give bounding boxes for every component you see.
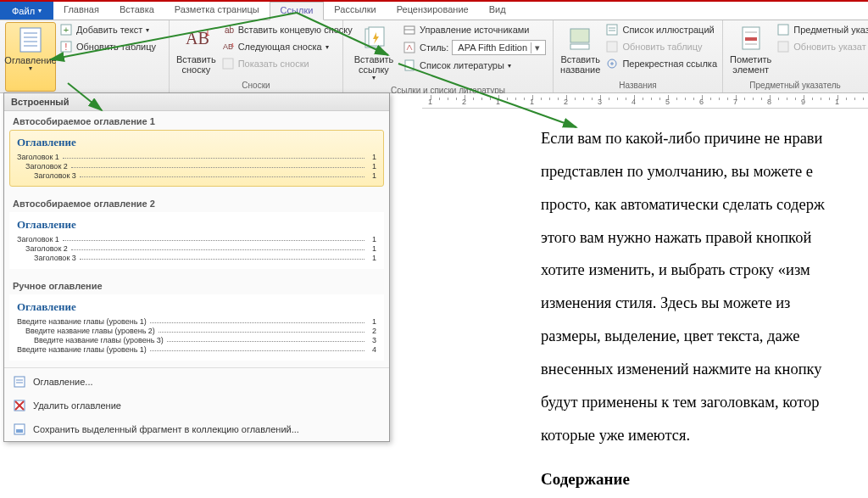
insert-citation-button[interactable]: Вставить ссылку▾ [348, 22, 399, 86]
svg-rect-41 [16, 429, 23, 433]
list-figures-icon [605, 23, 619, 36]
style-icon [403, 41, 416, 54]
tab-mailings[interactable]: Рассылки [324, 2, 386, 20]
gallery-item-manual-title: Ручное оглавление [4, 276, 389, 294]
add-text-button[interactable]: + Добавить текст▾ [59, 22, 156, 37]
insert-footnote-button[interactable]: AB1 Вставить сноску [175, 22, 218, 81]
gallery-item-auto2-title: Автособираемое оглавление 2 [4, 193, 389, 212]
svg-rect-29 [745, 37, 757, 41]
update-index-button: Обновить указат [776, 39, 868, 54]
insert-caption-button[interactable]: Вставить название [559, 22, 602, 81]
next-footnote-button[interactable]: AB1 Следующая сноска▾ [221, 39, 353, 54]
svg-rect-14 [223, 59, 233, 69]
svg-rect-26 [607, 42, 617, 52]
toc-icon [17, 26, 44, 53]
endnote-icon: ab [221, 23, 235, 36]
svg-rect-0 [20, 28, 41, 52]
tab-page-layout[interactable]: Разметка страницы [164, 2, 270, 20]
toc-gallery-dropdown: Встроенный Автособираемое оглавление 1 О… [3, 92, 390, 442]
cross-ref-icon [605, 57, 619, 70]
update-icon: ! [59, 40, 73, 53]
save-selection-icon [13, 422, 26, 436]
manage-sources-button[interactable]: Управление источниками [403, 22, 546, 37]
ribbon-tabs: Файл Главная Вставка Разметка страницы С… [0, 2, 868, 20]
bibliography-icon [403, 59, 416, 72]
group-label-captions: Названия [559, 81, 717, 92]
svg-text:!: ! [65, 42, 68, 52]
svg-rect-21 [570, 29, 589, 42]
document-page: Если вам по какой-либо причине не нрави … [422, 109, 868, 498]
style-combo[interactable]: APA Fifth Edition▾ [452, 40, 546, 55]
cross-reference-button[interactable]: Перекрестная ссылка [605, 56, 717, 71]
toc-dialog-icon [13, 375, 26, 389]
caption-icon [567, 25, 594, 53]
toc-button[interactable]: Оглавление ▾ [5, 22, 56, 92]
svg-rect-19 [404, 42, 415, 53]
option-toc-dialog[interactable]: Оглавление... [4, 370, 389, 394]
list-figures-button[interactable]: Список иллюстраций [605, 22, 717, 37]
svg-text:1: 1 [231, 42, 234, 48]
footnote-icon: AB1 [182, 25, 209, 53]
update-table-button[interactable]: ! Обновить таблицу [59, 39, 156, 54]
tab-home[interactable]: Главная [53, 2, 109, 20]
document-heading: Содержание [541, 470, 868, 489]
bibliography-button[interactable]: Список литературы▾ [403, 58, 546, 73]
group-label-footnotes: Сноски [175, 81, 337, 92]
citation-icon [360, 25, 387, 53]
ribbon: Оглавление ▾ + Добавить текст▾ ! Обновит… [0, 20, 868, 93]
insert-index-button[interactable]: Предметный указ [776, 22, 868, 37]
svg-rect-33 [778, 42, 788, 52]
gallery-builtin-header: Встроенный [4, 93, 389, 111]
manage-sources-icon [403, 23, 416, 36]
tab-view[interactable]: Вид [479, 2, 516, 20]
horizontal-ruler: 1211234567891 [422, 93, 868, 109]
tab-file[interactable]: Файл [0, 2, 53, 20]
update-index-icon [776, 40, 790, 53]
show-notes-icon [221, 57, 235, 70]
option-save-selection[interactable]: Сохранить выделенный фрагмент в коллекци… [4, 417, 389, 441]
svg-rect-22 [570, 44, 589, 49]
svg-text:1: 1 [205, 28, 209, 37]
next-footnote-icon: AB1 [221, 40, 235, 53]
insert-endnote-button[interactable]: ab Вставить концевую сноску [221, 22, 353, 37]
remove-toc-icon [13, 399, 26, 412]
gallery-item-auto1-title: Автособираемое оглавление 1 [4, 111, 389, 130]
mark-entry-icon [737, 25, 765, 53]
mark-entry-button[interactable]: Пометить элемент [728, 22, 773, 81]
gallery-item-auto1[interactable]: Оглавление Заголовок 11 Заголовок 21 Заг… [9, 130, 384, 187]
update-captions-icon [605, 40, 619, 53]
document-body: Если вам по какой-либо причине не нрави … [541, 122, 868, 451]
tab-insert[interactable]: Вставка [109, 2, 164, 20]
gallery-item-manual[interactable]: Оглавление Введите название главы (урове… [9, 294, 384, 361]
citation-style-row[interactable]: Стиль: APA Fifth Edition▾ [403, 39, 546, 56]
show-footnotes-button: Показать сноски [221, 56, 353, 71]
insert-index-icon [776, 23, 790, 36]
plus-icon: + [59, 23, 73, 36]
svg-rect-32 [778, 25, 788, 35]
svg-text:ab: ab [225, 25, 234, 35]
svg-rect-34 [14, 377, 25, 387]
svg-rect-20 [405, 60, 414, 70]
gallery-item-auto2[interactable]: Оглавление Заголовок 11 Заголовок 21 Заг… [9, 212, 384, 269]
tab-references[interactable]: Ссылки [270, 2, 325, 20]
tab-review[interactable]: Рецензирование [387, 2, 479, 20]
svg-rect-23 [607, 25, 617, 35]
option-remove-toc[interactable]: Удалить оглавление [4, 394, 389, 417]
group-label-index: Предметный указатель [728, 81, 862, 92]
svg-text:+: + [64, 25, 69, 35]
update-captions-button: Обновить таблицу [605, 39, 717, 54]
